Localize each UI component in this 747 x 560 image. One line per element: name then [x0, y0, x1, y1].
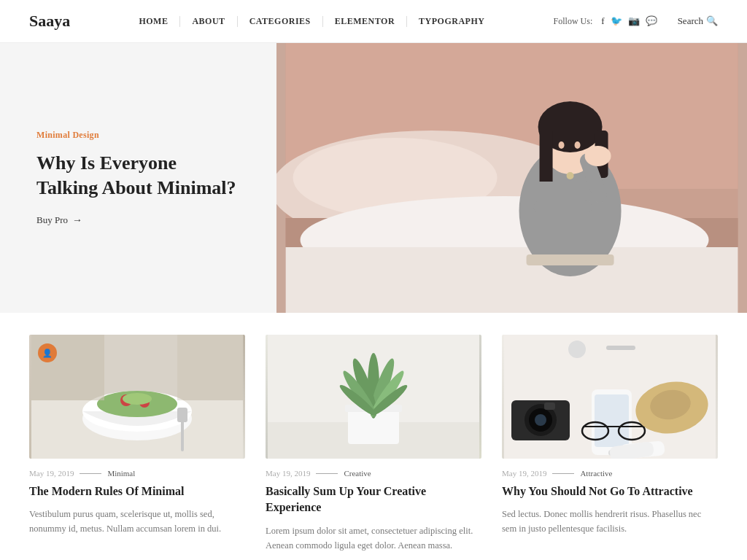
nav-about[interactable]: ABOUT — [180, 16, 237, 27]
svg-rect-6 — [285, 247, 738, 313]
card-1-category: Minimal — [107, 469, 135, 478]
card-1-badge: 👤 — [38, 343, 57, 362]
main-nav: HOME ABOUT CATEGORIES ELEMENTOR TYPOGRAP… — [127, 16, 496, 27]
svg-rect-47 — [544, 402, 555, 410]
hero-category: Minimal Design — [36, 130, 240, 141]
hero-image — [276, 43, 747, 313]
card-2: May 19, 2019 Creative Basically Sum Up Y… — [266, 335, 481, 560]
card-2-meta: May 19, 2019 Creative — [266, 469, 481, 478]
svg-point-46 — [535, 414, 546, 426]
svg-rect-10 — [539, 131, 552, 182]
hero-text-area: Minimal Design Why Is Everyone Talking A… — [0, 43, 276, 313]
card-1-excerpt: Vestibulum purus quam, scelerisque ut, m… — [29, 507, 245, 552]
card-2-excerpt: Lorem ipsum dolor sit amet, consectetuer… — [266, 524, 481, 553]
card-3: May 19, 2019 Attractive Why You Should N… — [502, 335, 718, 560]
svg-rect-18 — [526, 254, 614, 265]
hero-cta-label: Buy Pro — [36, 214, 68, 226]
hero-image-area — [276, 43, 747, 313]
follow-label: Follow Us: — [554, 16, 593, 27]
card-1: 👤 — [29, 335, 245, 560]
facebook-icon[interactable]: f — [601, 15, 604, 27]
svg-point-12 — [558, 141, 564, 149]
search-label: Search — [678, 15, 703, 27]
card-2-title: Basically Sum Up Your Creative Experienc… — [266, 483, 481, 516]
meta-divider — [80, 473, 101, 474]
cards-section: 👤 — [0, 313, 747, 560]
card-2-date: May 19, 2019 — [266, 469, 310, 478]
svg-point-13 — [574, 141, 580, 149]
meta-divider-2 — [316, 473, 338, 474]
card-3-date: May 19, 2019 — [502, 469, 546, 478]
social-icons: f 🐦 📷 💬 — [601, 15, 657, 27]
card-3-meta: May 19, 2019 Attractive — [502, 469, 718, 478]
card-2-category: Creative — [344, 469, 371, 478]
header-right: Follow Us: f 🐦 📷 💬 Search 🔍 — [554, 15, 718, 27]
whatsapp-icon[interactable]: 💬 — [646, 15, 657, 27]
svg-rect-16 — [533, 200, 592, 214]
card-3-category: Attractive — [580, 469, 612, 478]
hero-section: Minimal Design Why Is Everyone Talking A… — [0, 43, 747, 313]
arrow-icon: → — [72, 214, 82, 226]
svg-rect-61 — [606, 346, 635, 350]
site-logo[interactable]: Saaya — [29, 12, 70, 31]
meta-divider-3 — [552, 473, 574, 474]
user-icon: 👤 — [42, 349, 53, 358]
svg-point-60 — [568, 341, 586, 358]
card-3-image — [502, 335, 718, 459]
nav-elementor[interactable]: ELEMENTOR — [323, 16, 407, 27]
hero-title: Why Is Everyone Talking About Minimal? — [36, 151, 240, 201]
nav-typography[interactable]: TYPOGRAPHY — [407, 16, 496, 27]
search-button[interactable]: Search 🔍 — [678, 15, 718, 27]
card-2-image — [266, 335, 481, 459]
card-1-meta: May 19, 2019 Minimal — [29, 469, 245, 478]
hero-cta-button[interactable]: Buy Pro → — [36, 214, 240, 226]
instagram-icon[interactable]: 📷 — [628, 15, 640, 27]
svg-point-26 — [123, 393, 152, 405]
svg-point-17 — [566, 172, 573, 179]
card-1-title: The Modern Rules Of Minimal — [29, 483, 245, 499]
svg-rect-28 — [177, 408, 187, 422]
svg-rect-30 — [177, 335, 243, 400]
svg-point-15 — [584, 146, 611, 166]
search-icon: 🔍 — [706, 15, 718, 27]
card-1-image: 👤 — [29, 335, 245, 459]
nav-home[interactable]: HOME — [127, 16, 180, 27]
card-3-excerpt: Sed lectus. Donec mollis hendrerit risus… — [502, 507, 718, 552]
twitter-icon[interactable]: 🐦 — [611, 15, 622, 27]
svg-rect-51 — [584, 426, 650, 427]
nav-categories[interactable]: CATEGORIES — [238, 16, 323, 27]
card-1-date: May 19, 2019 — [29, 469, 74, 478]
card-3-title: Why You Should Not Go To Attractive — [502, 483, 718, 499]
